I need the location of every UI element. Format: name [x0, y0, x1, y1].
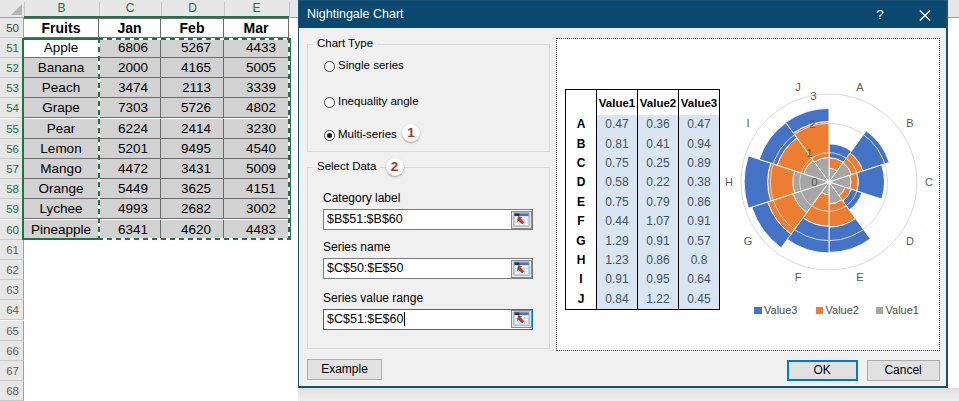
svg-text:G: G — [743, 235, 752, 247]
svg-text:E: E — [856, 271, 863, 283]
svg-text:F: F — [794, 271, 801, 283]
svg-text:A: A — [856, 81, 864, 93]
svg-text:I: I — [746, 117, 749, 129]
svg-text:3: 3 — [810, 90, 816, 102]
svg-text:2: 2 — [809, 118, 815, 130]
svg-text:J: J — [795, 81, 801, 93]
svg-text:C: C — [925, 176, 933, 188]
svg-text:B: B — [906, 117, 913, 129]
svg-text:D: D — [905, 235, 913, 247]
svg-text:0: 0 — [811, 176, 817, 188]
svg-text:H: H — [725, 176, 733, 188]
svg-text:1: 1 — [806, 147, 812, 159]
